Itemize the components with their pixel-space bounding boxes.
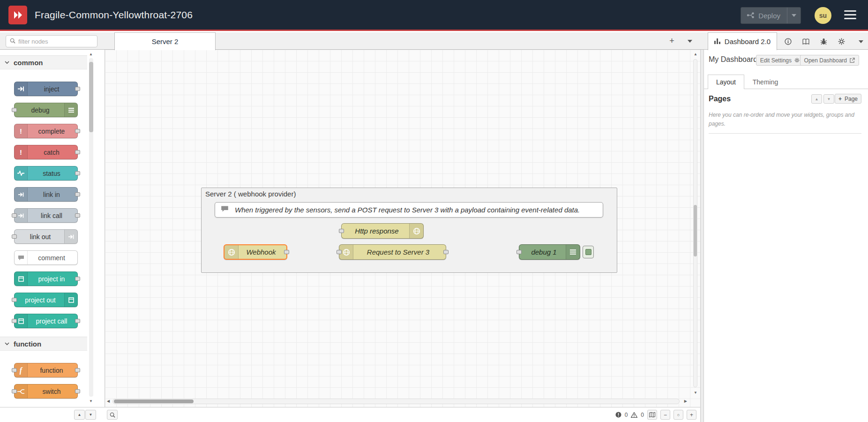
webhook-node[interactable]: Webhook [224, 244, 287, 260]
group-label: Server 2 ( webhook provider) [205, 190, 296, 198]
input-port[interactable] [12, 368, 17, 372]
scroll-down-icon[interactable]: ▼ [89, 399, 93, 403]
input-port[interactable] [516, 250, 522, 254]
palette-scrollbar-thumb[interactable] [89, 62, 93, 132]
input-port[interactable] [12, 108, 17, 112]
zoom-in-button[interactable]: + [687, 410, 696, 420]
output-port[interactable] [75, 368, 80, 372]
debug-toggle-button[interactable] [583, 246, 594, 258]
zoom-out-button[interactable]: − [660, 410, 670, 420]
sidebar-splitter[interactable] [700, 50, 704, 422]
tab-theming[interactable]: Theming [744, 75, 786, 89]
output-port[interactable] [75, 87, 80, 91]
scroll-up-icon[interactable]: ▲ [89, 53, 93, 56]
palette-node-status[interactable]: status [14, 166, 78, 181]
palette-node-debug[interactable]: debug [14, 103, 78, 117]
input-port[interactable] [12, 298, 17, 302]
input-port[interactable] [12, 234, 17, 239]
collapse-categories-button[interactable]: ▲ [74, 410, 85, 420]
palette-filter-input[interactable] [18, 38, 93, 45]
link-arrow-icon [64, 230, 77, 243]
expand-categories-button[interactable]: ▼ [85, 410, 96, 420]
move-page-down-button[interactable]: ▼ [823, 94, 834, 104]
search-flows-button[interactable] [107, 410, 118, 420]
input-port[interactable] [337, 250, 342, 254]
palette-node-label: complete [29, 124, 75, 138]
user-avatar[interactable]: su [815, 7, 831, 24]
debug-node[interactable]: debug 1 [519, 244, 580, 260]
palette-node-label: project in [29, 272, 75, 286]
v-scrollbar[interactable] [693, 59, 697, 387]
deploy-main[interactable]: Deploy [741, 8, 787, 23]
output-port[interactable] [75, 389, 80, 393]
output-port[interactable] [75, 213, 80, 218]
open-dashboard-button[interactable]: Open Dashboard [800, 55, 859, 66]
output-port[interactable] [284, 250, 289, 254]
palette-node-project-in[interactable]: project in [14, 271, 78, 286]
scroll-down-icon[interactable]: ▼ [694, 391, 697, 395]
pulse-icon [15, 166, 28, 180]
sidebar-tab-info[interactable] [781, 35, 795, 48]
output-port[interactable] [443, 250, 449, 254]
palette-category-function[interactable]: function [0, 337, 87, 351]
workspace-tab-server2[interactable]: Server 2 [114, 32, 216, 50]
output-port[interactable] [75, 171, 80, 175]
debug-list-icon [566, 245, 580, 259]
output-port[interactable] [75, 277, 80, 281]
palette-node-link-out[interactable]: link out [14, 229, 78, 244]
output-port[interactable] [75, 319, 80, 323]
edit-settings-button[interactable]: Edit Settings [756, 55, 804, 66]
http-request-node[interactable]: Request to Server 3 [339, 244, 446, 260]
sidebar-tabs-caret[interactable] [854, 35, 868, 48]
input-port[interactable] [12, 213, 17, 218]
add-flow-button[interactable]: + [666, 35, 678, 47]
deploy-options-caret[interactable] [787, 8, 801, 23]
add-page-button[interactable]: + Page [835, 94, 861, 104]
palette-node-project-out[interactable]: project out [14, 293, 78, 307]
palette-node-comment[interactable]: comment [14, 250, 78, 265]
scroll-up-icon[interactable]: ▲ [694, 53, 697, 56]
palette-node-function[interactable]: f function [14, 363, 78, 377]
sidebar-tab-help[interactable] [799, 35, 813, 48]
sidebar-tab-config[interactable] [834, 35, 848, 48]
scroll-right-icon[interactable]: ▶ [684, 399, 687, 403]
palette-node-label: catch [29, 145, 75, 159]
plus-icon: + [669, 36, 674, 46]
flow-canvas[interactable]: Server 2 ( webhook provider) When trigge… [105, 50, 700, 407]
palette-category-common[interactable]: common [0, 55, 87, 69]
main-menu-button[interactable] [844, 10, 856, 19]
speech-bubble-icon [15, 251, 28, 264]
comment-node[interactable]: When triggered by the sensors, send a PO… [215, 202, 603, 218]
palette-node-inject[interactable]: inject [14, 82, 78, 96]
palette-node-label: status [29, 166, 75, 180]
input-port[interactable] [12, 389, 17, 393]
input-port[interactable] [339, 229, 344, 233]
h-scrollbar-thumb[interactable] [114, 399, 194, 403]
chevron-down-icon [688, 40, 692, 43]
sidebar-tab-debug[interactable] [816, 35, 831, 48]
palette-node-complete[interactable]: ! complete [14, 124, 78, 138]
palette-node-project-call[interactable]: project call [14, 314, 78, 328]
h-scrollbar[interactable] [112, 399, 680, 404]
zoom-reset-button[interactable]: ○ [673, 410, 683, 420]
move-page-up-button[interactable]: ▲ [811, 94, 822, 104]
deploy-button[interactable]: Deploy [741, 7, 801, 24]
input-port[interactable] [12, 319, 17, 323]
output-port[interactable] [75, 150, 80, 154]
palette-node-catch[interactable]: ! catch [14, 145, 78, 159]
sidebar-tab-label: Dashboard 2.0 [725, 38, 771, 45]
sidebar-tab-dashboard[interactable]: Dashboard 2.0 [708, 32, 777, 50]
http-response-node[interactable]: Http response [341, 223, 424, 239]
scroll-left-icon[interactable]: ◀ [107, 399, 110, 403]
palette-filter[interactable] [6, 35, 97, 47]
flow-list-caret[interactable] [683, 35, 696, 47]
warning-triangle-icon [631, 412, 637, 418]
output-port[interactable] [75, 129, 80, 133]
palette-node-link-in[interactable]: link in [14, 187, 78, 202]
palette-node-switch[interactable]: switch [14, 384, 78, 399]
tab-layout[interactable]: Layout [708, 75, 744, 89]
output-port[interactable] [75, 192, 80, 196]
palette-node-link-call[interactable]: link call [14, 208, 78, 223]
v-scrollbar-thumb[interactable] [694, 205, 697, 256]
navigator-button[interactable] [647, 410, 657, 420]
